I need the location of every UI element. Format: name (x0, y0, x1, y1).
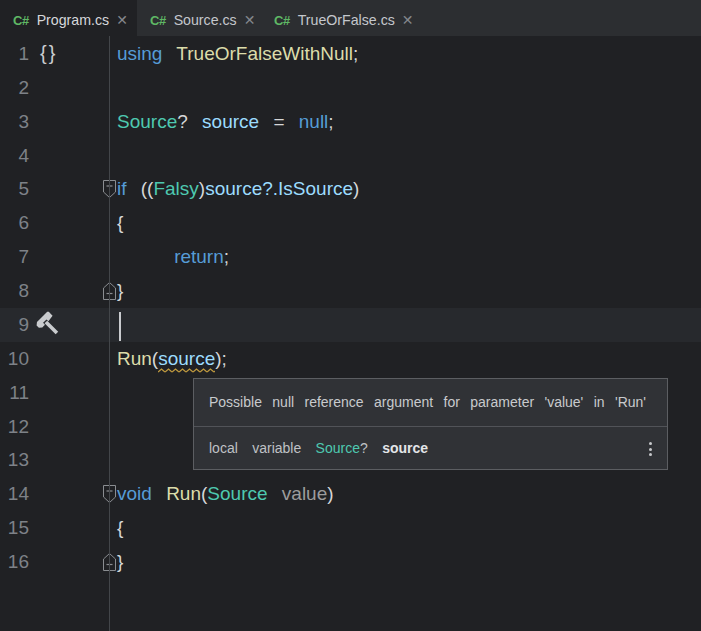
code-token (188, 111, 202, 132)
tab-label: Source.cs (174, 12, 237, 28)
code-text: { (117, 511, 123, 545)
code-token: (( (141, 178, 154, 199)
code-line-6[interactable]: 6{ (0, 206, 701, 240)
tab-source-cs[interactable]: C#Source.cs✕ (137, 0, 261, 36)
code-token: return (174, 246, 224, 267)
line-number[interactable]: 5 (0, 172, 29, 206)
tooltip-symbol-token (368, 440, 382, 456)
code-line-14[interactable]: 14void Run(Source value) (0, 477, 701, 511)
code-line-2[interactable]: 2 (0, 71, 701, 105)
text-caret (119, 312, 121, 341)
code-token: source?.IsSource (205, 178, 353, 199)
code-text: void Run(Source value) (117, 477, 334, 511)
close-tab-icon[interactable]: ✕ (116, 13, 128, 27)
code-text: using TrueOrFalseWithNull; (117, 37, 358, 71)
csharp-file-icon: C# (13, 13, 29, 28)
line-number[interactable]: 14 (0, 477, 29, 511)
warning-squiggle-token: source (158, 342, 215, 376)
csharp-file-icon: C# (150, 13, 166, 28)
tab-program-cs[interactable]: C#Program.cs✕ (0, 0, 137, 36)
code-token: null (299, 111, 329, 132)
code-token: ; (353, 43, 358, 64)
code-token: Source (207, 483, 267, 504)
line-number[interactable]: 4 (0, 139, 29, 173)
line-number[interactable]: 15 (0, 511, 29, 545)
inspection-tooltip: Possible null reference argument for par… (193, 378, 668, 470)
code-line-1[interactable]: 1{}using TrueOrFalseWithNull; (0, 37, 701, 71)
code-line-5[interactable]: 5if ((Falsy)source?.IsSource) (0, 172, 701, 206)
code-line-16[interactable]: 16} (0, 545, 701, 579)
tooltip-symbol-token (301, 440, 315, 456)
close-tab-icon[interactable]: ✕ (244, 13, 256, 27)
tooltip-symbol-info: local variable Source? source (194, 427, 667, 469)
hammer-quick-fix-icon[interactable] (35, 311, 63, 339)
code-token: Run (117, 348, 152, 369)
line-number[interactable]: 16 (0, 545, 29, 579)
tab-label: Program.cs (37, 12, 110, 28)
code-token: ); (215, 348, 227, 369)
warning-squiggle (158, 368, 215, 373)
csharp-file-icon: C# (274, 13, 290, 28)
code-token (127, 178, 141, 199)
tooltip-symbol-token: ? (360, 440, 368, 456)
code-token (162, 43, 176, 64)
line-number[interactable]: 9 (0, 308, 29, 342)
code-token: Falsy (153, 178, 198, 199)
line-number[interactable]: 7 (0, 240, 29, 274)
code-token (259, 111, 273, 132)
code-token: = (273, 111, 284, 132)
close-tab-icon[interactable]: ✕ (402, 13, 414, 27)
line-number[interactable]: 13 (0, 443, 29, 477)
code-line-7[interactable]: 7 return; (0, 240, 701, 274)
curly-braces-gutter-icon: {} (40, 37, 57, 71)
line-number[interactable]: 10 (0, 342, 29, 376)
kebab-menu-icon[interactable] (643, 434, 657, 464)
code-line-10[interactable]: 10Run(source); (0, 342, 701, 376)
line-number[interactable]: 2 (0, 71, 29, 105)
code-token (152, 483, 166, 504)
code-token: source (202, 111, 259, 132)
code-text: if ((Falsy)source?.IsSource) (117, 172, 359, 206)
code-token: using (117, 43, 162, 64)
code-token: ? (177, 111, 188, 132)
line-number[interactable]: 11 (0, 376, 29, 410)
code-token: ; (224, 246, 229, 267)
code-text: Source? source = null; (117, 105, 334, 139)
code-token: ) (353, 178, 359, 199)
code-token: { (117, 517, 123, 538)
ide-window: C#Program.cs✕C#Source.cs✕C#TrueOrFalse.c… (0, 0, 701, 631)
code-line-15[interactable]: 15{ (0, 511, 701, 545)
tooltip-symbol-token: source (382, 440, 428, 456)
editor-tab-bar: C#Program.cs✕C#Source.cs✕C#TrueOrFalse.c… (0, 0, 701, 36)
tooltip-symbol-token: local variable (209, 440, 301, 456)
code-text: { (117, 206, 123, 240)
code-token: void (117, 483, 152, 504)
code-token: Run (166, 483, 201, 504)
line-number[interactable]: 3 (0, 105, 29, 139)
code-line-4[interactable]: 4 (0, 139, 701, 173)
tab-label: TrueOrFalse.cs (298, 12, 395, 28)
code-token: if (117, 178, 127, 199)
code-token (284, 111, 298, 132)
line-number[interactable]: 1 (0, 37, 29, 71)
line-number[interactable]: 8 (0, 274, 29, 308)
code-editor[interactable]: 1{}using TrueOrFalseWithNull;23Source? s… (0, 36, 701, 631)
code-token: Source (117, 111, 177, 132)
code-token: } (117, 551, 123, 572)
code-token: ; (328, 111, 333, 132)
code-line-9[interactable]: 9 (0, 308, 701, 342)
code-line-8[interactable]: 8} (0, 274, 701, 308)
code-token (268, 483, 282, 504)
code-token: { (117, 212, 123, 233)
tooltip-warning-message: Possible null reference argument for par… (194, 379, 667, 426)
tooltip-symbol-token: Source (316, 440, 360, 456)
code-token: } (117, 280, 123, 301)
line-number[interactable]: 6 (0, 206, 29, 240)
code-line-3[interactable]: 3Source? source = null; (0, 105, 701, 139)
code-token: value (282, 483, 327, 504)
line-number[interactable]: 12 (0, 410, 29, 444)
code-text: return; (117, 240, 229, 274)
tab-trueorfalse-cs[interactable]: C#TrueOrFalse.cs✕ (261, 0, 421, 36)
code-text: Run(source); (117, 342, 227, 376)
code-text: } (117, 545, 123, 579)
